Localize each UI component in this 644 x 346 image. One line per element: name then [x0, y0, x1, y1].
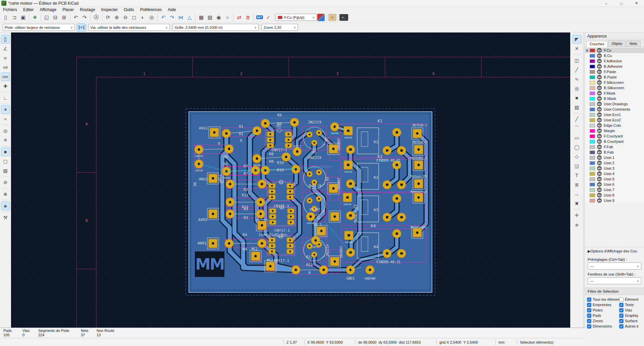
high-contrast-mode-icon[interactable]: ◈: [1, 201, 10, 210]
visibility-eye-icon[interactable]: [597, 177, 602, 181]
checkbox-icon[interactable]: [619, 297, 624, 302]
flip-horizontal-icon[interactable]: ⋈: [176, 13, 185, 22]
place-footprint-icon[interactable]: ◫: [572, 56, 582, 65]
set-origin-icon[interactable]: ✛: [572, 211, 582, 220]
viewports-select[interactable]: ---∨: [588, 277, 641, 284]
lock-icon[interactable]: ◉: [214, 13, 223, 22]
menu-affichage[interactable]: Affichage: [37, 7, 59, 12]
place-text-icon[interactable]: T: [572, 171, 582, 180]
visibility-eye-icon[interactable]: [597, 171, 602, 176]
draw-rectangle-icon[interactable]: ▭: [572, 133, 582, 142]
pcb-pad[interactable]: A1GNDPWR: [344, 231, 353, 244]
pcb-pad[interactable]: [267, 137, 274, 142]
pcb-pad[interactable]: [269, 238, 275, 242]
pcb-pad[interactable]: [287, 249, 293, 254]
menu-aide[interactable]: Aide: [165, 7, 179, 12]
layer-row-F.Silkscreen[interactable]: F.Silkscreen: [585, 80, 644, 85]
maximize-button[interactable]: □: [614, 0, 629, 7]
layer-row-B.Cu[interactable]: B.Cu: [585, 53, 644, 58]
pcb-pad[interactable]: 2GNDPWR: [195, 160, 203, 172]
layer-color-swatch[interactable]: [590, 70, 595, 74]
layer-row-B.Mask[interactable]: B.Mask: [585, 96, 644, 101]
layer-color-swatch[interactable]: [590, 108, 595, 111]
visibility-eye-icon[interactable]: [597, 182, 602, 187]
pcb-pad[interactable]: [269, 243, 275, 248]
page-settings-icon[interactable]: ◱: [42, 13, 51, 22]
units-mm-icon[interactable]: mm: [1, 72, 10, 81]
pcb-pad[interactable]: 2GNDPWR: [330, 122, 339, 135]
minimize-button[interactable]: –: [599, 0, 614, 7]
layer-color-swatch[interactable]: [590, 134, 595, 138]
mirror-vertical-icon[interactable]: △: [185, 13, 194, 22]
layer-color-swatch[interactable]: [590, 86, 595, 90]
refresh-icon[interactable]: ⟳: [104, 13, 112, 22]
layer-color-swatch[interactable]: [590, 124, 595, 127]
visibility-eye-icon[interactable]: [597, 91, 602, 96]
visibility-eye-icon[interactable]: [597, 107, 602, 112]
filter-empreintes[interactable]: ✓Empreintes: [587, 302, 619, 307]
filter-texte[interactable]: ✓Texte: [619, 302, 644, 307]
place-image-icon[interactable]: ◲: [572, 162, 582, 170]
layer-color-swatch[interactable]: [590, 75, 595, 79]
zones-outline-icon[interactable]: ▢: [1, 157, 10, 166]
visibility-eye-icon[interactable]: [597, 128, 602, 133]
layer-row-User.8[interactable]: User.8: [585, 192, 644, 198]
menu-outils[interactable]: Outils: [121, 7, 137, 12]
track-via-properties-icon[interactable]: ≈: [328, 14, 336, 21]
layer-row-Margin[interactable]: Margin: [585, 128, 644, 133]
visibility-eye-icon[interactable]: [597, 59, 602, 63]
layer-display-options-link[interactable]: ▶Options d'Affichage des Cou: [585, 247, 644, 255]
checkbox-icon[interactable]: ✓: [619, 313, 624, 318]
pcb-drawing[interactable]: 1234AB111111111111A1GNDPWRA1GNDPWRA1GNDP…: [11, 33, 570, 328]
draw-line-icon[interactable]: ╱: [572, 115, 582, 123]
pcb-pad[interactable]: [316, 196, 322, 202]
zoom-out-icon[interactable]: ⊖: [121, 13, 130, 22]
layer-color-swatch[interactable]: [590, 188, 595, 192]
pcb-pad[interactable]: [269, 220, 276, 225]
plot-icon[interactable]: ⊞: [60, 13, 68, 22]
visibility-eye-icon[interactable]: [597, 85, 602, 90]
visibility-eye-icon[interactable]: [597, 48, 602, 53]
zones-filled-icon[interactable]: ■: [1, 148, 10, 156]
layer-color-swatch[interactable]: [590, 172, 595, 176]
layer-row-User.Eco2[interactable]: User.Eco2: [585, 117, 644, 123]
visibility-eye-icon[interactable]: [597, 75, 602, 79]
visibility-eye-icon[interactable]: [597, 69, 602, 74]
visibility-eye-icon[interactable]: [597, 161, 602, 165]
pcb-pad[interactable]: [307, 171, 313, 177]
zoom-fit-page-icon[interactable]: ◻: [130, 13, 139, 22]
grid-dots-icon[interactable]: ⣿: [1, 35, 10, 44]
redo-icon[interactable]: ↷: [80, 13, 89, 22]
layer-color-swatch[interactable]: [590, 65, 595, 68]
save-icon[interactable]: ▣: [19, 13, 28, 22]
menu-inspecter[interactable]: Inspecter: [98, 7, 121, 12]
visibility-eye-icon[interactable]: [597, 193, 602, 197]
rule-area-icon[interactable]: ▨: [572, 103, 582, 112]
layer-row-User.6[interactable]: User.6: [585, 182, 644, 187]
pcb-pad[interactable]: 2GNDPWR: [222, 167, 231, 179]
menu-fichiers[interactable]: Fichiers: [0, 7, 20, 12]
filter-pads[interactable]: ✓Pads: [587, 313, 619, 318]
visibility-eye-icon[interactable]: [597, 80, 602, 85]
ungroup-icon[interactable]: ▧: [206, 13, 214, 22]
visibility-eye-icon[interactable]: [597, 134, 602, 138]
local-ratsnest-icon[interactable]: ✕: [572, 44, 582, 53]
place-textbox-icon[interactable]: ≣: [572, 180, 582, 189]
pcb-pad[interactable]: [269, 195, 275, 199]
hide-net-ratsnest-icon[interactable]: ✳: [1, 136, 10, 145]
pcb-pad[interactable]: [287, 195, 293, 199]
route-tracks-icon[interactable]: ╱: [572, 65, 582, 74]
grid-select[interactable]: Grille: 2,5400 mm (0,1000 in)∨: [173, 24, 259, 31]
pcb-pad[interactable]: [307, 243, 313, 249]
pcb-pad[interactable]: [269, 214, 276, 219]
place-via-icon[interactable]: ◎: [572, 84, 582, 93]
pcb-pad[interactable]: 2GNDPWR: [253, 154, 261, 167]
layer-row-F.Cu[interactable]: ▶F.Cu: [585, 48, 644, 53]
layer-color-swatch[interactable]: [590, 193, 595, 197]
layer-color-swatch[interactable]: [590, 183, 595, 186]
layer-row-User.Drawings[interactable]: User.Drawings: [585, 101, 644, 107]
tab-objets[interactable]: Objets: [608, 41, 626, 47]
tab-couches[interactable]: Couches: [586, 41, 607, 47]
layer-color-swatch[interactable]: [590, 92, 595, 95]
layer-row-B.Courtyard[interactable]: B.Courtyard: [585, 139, 644, 144]
